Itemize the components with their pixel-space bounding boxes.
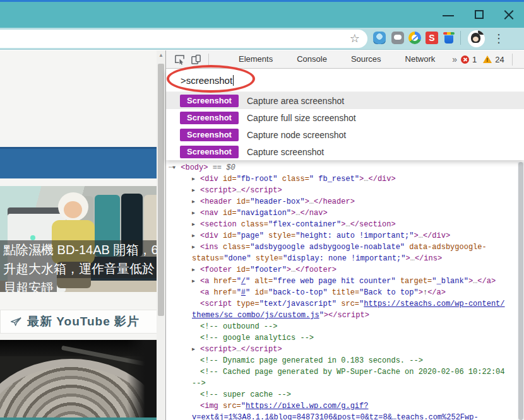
command-category-badge: Screenshot	[180, 146, 239, 158]
bookmark-star-icon[interactable]: ☆	[350, 32, 360, 45]
dom-tree-line[interactable]: <!-- outbound -->	[166, 321, 517, 332]
dom-tree-line[interactable]: ▶<nav id="navigation">…</nav>	[166, 207, 517, 219]
dom-tree-line[interactable]: ▶<footer id="footer">…</footer>	[166, 264, 517, 276]
dom-tree-line[interactable]: ⋯▼<body> == $0	[166, 162, 517, 173]
expand-arrow-icon[interactable]: ▶	[192, 276, 200, 287]
dom-token: "back-to-top"	[268, 288, 328, 297]
device-toolbar-icon[interactable]	[191, 54, 201, 65]
dom-tree-line[interactable]: <!-- Dynamic page generated in 0.183 sec…	[166, 355, 517, 366]
window-titlebar[interactable]	[0, 2, 524, 28]
dom-tree-line[interactable]: ▶<div id="fb-root" class=" fb_reset">…</…	[166, 173, 517, 185]
browser-menu-icon[interactable]: ⋮	[493, 30, 504, 47]
devtools-scrollbar-thumb[interactable]	[518, 162, 523, 420]
tab-sources[interactable]: Sources	[342, 50, 390, 68]
scrollbar-up-icon[interactable]: ▲	[157, 52, 165, 58]
dom-token: -->	[192, 379, 206, 388]
scrollbar-thumb[interactable]	[158, 64, 164, 316]
dom-token: #	[241, 288, 246, 297]
article-caption-line: 升超大水箱，運作音量低於 50	[0, 259, 160, 278]
address-bar[interactable]: ☆	[0, 30, 367, 48]
dom-tree-line[interactable]: status="done" style="display: none !impo…	[166, 253, 517, 264]
article-caption-text: 升超大水箱，運作音量低於 50	[0, 259, 160, 278]
dom-token: </ins>	[415, 254, 442, 263]
command-result-row[interactable]: ScreenshotCapture full size screenshot	[166, 109, 524, 126]
profile-avatar[interactable]	[468, 30, 485, 47]
page-scrollbar[interactable]: ▲	[157, 50, 165, 420]
dom-token: "text/javascript"	[259, 300, 336, 308]
maximize-icon[interactable]	[475, 10, 484, 19]
expand-arrow-icon[interactable]: ▶	[192, 242, 200, 253]
command-label: Capture full size screenshot	[247, 113, 356, 123]
dom-token: alt=	[250, 277, 273, 286]
dom-tree-line[interactable]: ▶<script>…</script>	[166, 344, 517, 355]
dom-token: <script>	[200, 345, 237, 354]
shopback-extension-icon[interactable]: S	[426, 32, 438, 44]
avatar-bubble-shape	[478, 30, 485, 35]
inspect-element-icon[interactable]	[174, 54, 185, 65]
expand-arrow-icon[interactable]: ▶	[192, 219, 200, 230]
dom-tree-line[interactable]: ▶<header id="header-box">…</header>	[166, 196, 517, 207]
expand-arrow-icon[interactable]: ▼	[172, 162, 181, 173]
dom-tree-line[interactable]: <img src="https://pixel.wp.com/g.gif?	[166, 400, 517, 412]
dom-token: "flex-container"	[268, 220, 341, 229]
expand-arrow-icon[interactable]: ▶	[192, 185, 200, 196]
dom-tree-line[interactable]: v=ext&j=1%3A8.1.1&blog=84873106&post=0&t…	[166, 412, 517, 420]
dom-tree-line[interactable]: themes/sc_combo/js/custom.js"></script>	[166, 310, 517, 321]
dom-token: <nav	[200, 209, 218, 218]
tab-network[interactable]: Network	[396, 50, 444, 68]
youtube-section-title: 最新 YouTube 影片	[27, 313, 140, 330]
dom-tree-line[interactable]: <!-- super cache -->	[166, 389, 517, 400]
tab-console[interactable]: Console	[288, 50, 336, 68]
error-badge[interactable]: 1	[461, 55, 477, 64]
mascot-extension-icon[interactable]	[373, 32, 386, 44]
dom-token: /	[241, 277, 246, 286]
expand-arrow-icon[interactable]: ▶	[192, 173, 200, 185]
command-result-row[interactable]: ScreenshotCapture node screenshot	[166, 126, 524, 143]
expand-arrow-icon[interactable]: ▶	[192, 344, 200, 355]
tab-elements[interactable]: Elements	[230, 50, 282, 68]
dom-tree-line[interactable]: -->	[166, 378, 517, 389]
command-result-row[interactable]: ScreenshotCapture screenshot	[166, 143, 524, 160]
article-image[interactable]: 點除濕機 BD-14AB 開箱，6.5升超大水箱，運作音量低於 50貝超安靜	[0, 186, 160, 292]
dom-tree-line[interactable]: <!-- google analytics -->	[166, 332, 517, 344]
dom-token: <section	[200, 220, 237, 229]
dom-token: "display: none !important;"	[283, 254, 405, 263]
dom-tree-line[interactable]: ▶<script>…</script>	[166, 185, 517, 196]
devtools-scrollbar[interactable]	[518, 162, 524, 420]
dom-token: target=	[396, 277, 432, 286]
article-caption-line: 點除濕機 BD-14AB 開箱，6.5	[0, 240, 160, 259]
close-window-icon[interactable]	[504, 9, 514, 20]
trash-extension-icon[interactable]	[443, 32, 455, 44]
dom-token: themes/sc_combo/js/custom.js	[192, 311, 319, 320]
error-icon	[461, 55, 469, 64]
dom-token: "fb-root"	[237, 175, 278, 184]
expand-arrow-icon[interactable]: ▶	[192, 207, 200, 219]
dom-token: id=	[232, 197, 250, 206]
google-extension-icon[interactable]	[408, 32, 421, 44]
line-extension-icon[interactable]	[391, 32, 404, 44]
more-tabs-icon[interactable]: »	[452, 54, 457, 64]
dom-tree-line[interactable]: <script type="text/javascript" src="http…	[166, 298, 517, 310]
dom-tree-line[interactable]: ▶<ins class="adsbygoogle adsbygoogle-noa…	[166, 242, 517, 253]
dom-tree-line[interactable]: ▶<a href="/" alt="free web page hit coun…	[166, 276, 517, 287]
dom-tree-line[interactable]: <!-- Cached page generated by WP-Super-C…	[166, 366, 517, 378]
dom-token: >	[406, 254, 410, 263]
expand-arrow-icon[interactable]: ▶	[192, 196, 200, 207]
dom-token: " fb_reset"	[309, 175, 359, 184]
dom-token: "_blank"	[432, 277, 468, 286]
trash-body-shape	[444, 35, 453, 44]
dom-token: <ins	[200, 243, 218, 252]
dom-token: data-adsbygoogle-	[405, 243, 487, 252]
expand-arrow-icon[interactable]: ▶	[192, 264, 200, 276]
tabbar-separator	[512, 54, 513, 66]
dom-tree-line[interactable]: <a href="#" id="back-to-top" title="Back…	[166, 287, 517, 298]
expand-arrow-icon[interactable]: ▶	[192, 230, 200, 242]
dom-tree-line[interactable]: ▶<div id="page" style="height: auto !imp…	[166, 230, 517, 242]
dom-token: src=	[218, 402, 241, 411]
warning-badge[interactable]: ! 24	[483, 55, 504, 64]
minimize-icon[interactable]	[443, 15, 454, 16]
video-thumbnail[interactable]	[0, 340, 160, 417]
article-caption-text: 點除濕機 BD-14AB 開箱，6.5	[0, 240, 160, 259]
dom-tree-line[interactable]: ▶<section class="flex-container">…</sect…	[166, 219, 517, 230]
command-result-row[interactable]: ScreenshotCapture area screenshot	[166, 92, 524, 109]
